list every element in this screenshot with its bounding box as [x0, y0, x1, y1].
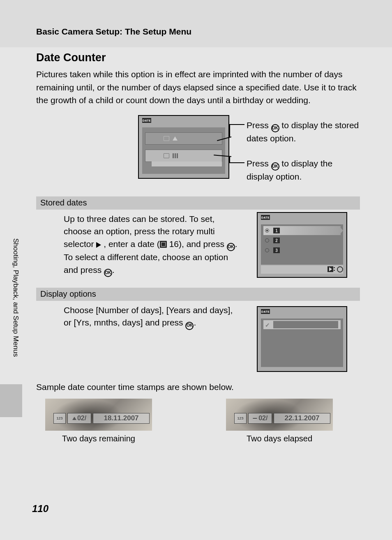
lcd-figure-main: DATE — [138, 115, 229, 179]
play-icon — [327, 266, 333, 272]
menu-row-display-options — [145, 150, 222, 162]
stamp-counter: 02/ — [67, 413, 91, 424]
ok-icon: OK — [227, 243, 235, 251]
intro-paragraph: Pictures taken while this option is in e… — [36, 68, 360, 107]
sample-elapsed: 123 −02/ 22.11.2007 Two days elapsed — [226, 399, 333, 431]
section-heading-stored-dates: Stored dates — [36, 196, 360, 210]
lcd-figure-display-options: DATE ✓ — [257, 306, 347, 372]
sample-caption: Two days remaining — [45, 431, 152, 443]
clock-icon — [337, 266, 343, 272]
section-body-stored-dates: Up to three dates can be stored. To set,… — [64, 213, 240, 277]
stamp-date: 22.11.2007 — [274, 413, 330, 424]
ok-icon: OK — [104, 269, 112, 277]
check-icon: ✓ — [265, 322, 270, 328]
date-label-icon: DATE — [142, 118, 151, 123]
colon-separator: : — [333, 265, 335, 272]
breadcrumb: Basic Camera Setup: The Setup Menu — [36, 27, 191, 37]
menu-row-stored-dates — [145, 132, 222, 145]
side-section-label: Shooting, Playback, and Setup Menus — [12, 238, 20, 357]
ok-icon: OK — [185, 322, 194, 330]
ok-icon: OK — [271, 124, 279, 132]
sample-intro: Sample date counter time stamps are show… — [36, 382, 234, 392]
annotation-stored: Press OK to display the stored dates opt… — [247, 119, 360, 145]
stamp-counter: −02/ — [248, 413, 272, 424]
lcd-figure-stored-dates: DATE 1 2 3 : — [257, 212, 347, 278]
page-number: 110 — [32, 503, 48, 515]
stamp-mode-icon: 123 — [53, 413, 66, 424]
section-heading-display-options: Display options — [36, 288, 360, 301]
page-title: Date Counter — [36, 51, 106, 64]
date-label-icon: DATE — [261, 309, 270, 314]
annotation-display: Press OK to display the display option. — [247, 157, 360, 183]
sample-caption: Two days elapsed — [226, 431, 333, 443]
side-tab — [0, 384, 22, 417]
calendar-icon — [160, 241, 167, 248]
header-band — [0, 0, 392, 47]
sample-remaining: 123 02/ 18.11.2007 Two days remaining — [45, 399, 152, 431]
stamp-date: 18.11.2007 — [93, 413, 150, 424]
section-body-display-options: Choose [Number of days], [Years and days… — [64, 304, 240, 330]
stamp-mode-icon: 123 — [234, 413, 247, 424]
minus-icon: − — [253, 414, 258, 423]
ok-icon: OK — [271, 162, 279, 171]
triangle-right-icon — [96, 242, 101, 248]
date-label-icon: DATE — [261, 215, 270, 220]
triangle-up-icon — [72, 417, 76, 420]
